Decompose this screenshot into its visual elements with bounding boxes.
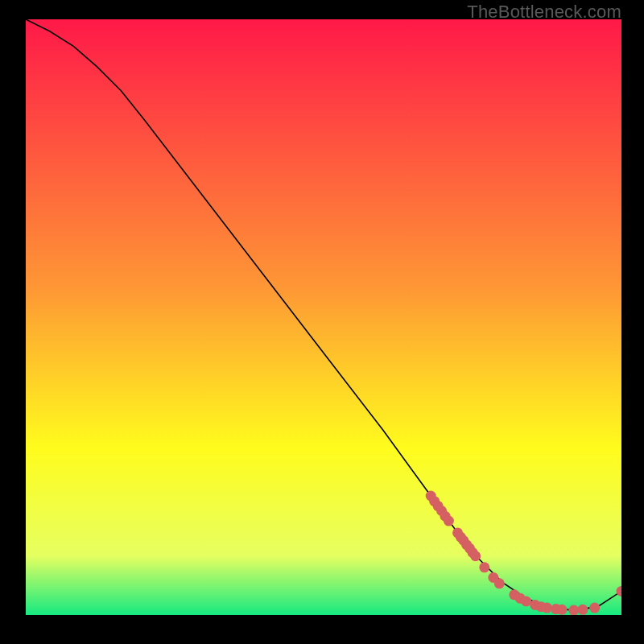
chart-svg: [26, 19, 621, 615]
data-marker: [479, 562, 489, 572]
chart-stage: TheBottleneck.com: [0, 0, 644, 644]
data-marker: [557, 605, 568, 615]
data-marker: [494, 578, 505, 588]
data-marker: [470, 551, 481, 561]
data-marker: [577, 605, 588, 615]
data-marker: [521, 596, 531, 606]
data-marker: [568, 605, 579, 615]
gradient-background: [26, 19, 621, 615]
bottleneck-chart: [26, 19, 621, 615]
data-marker: [589, 603, 600, 613]
data-marker: [542, 603, 552, 613]
data-marker: [444, 516, 454, 526]
